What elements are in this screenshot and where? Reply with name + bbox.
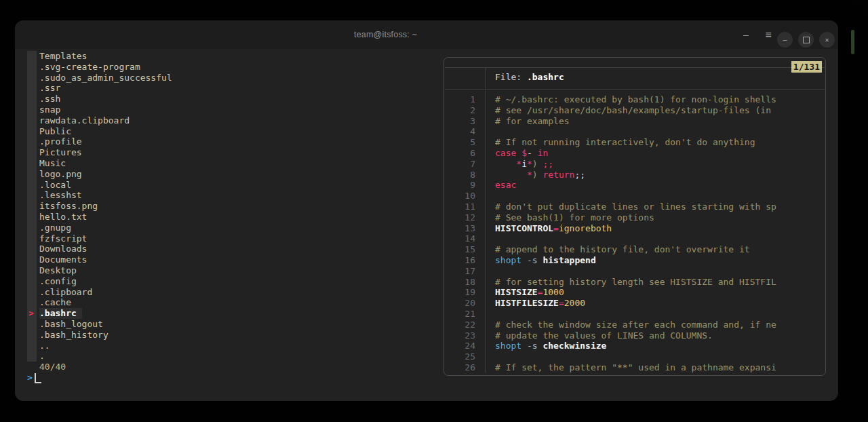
list-item[interactable]: .ssh — [27, 94, 434, 104]
code-line: 24shopt -s checkwinsize — [444, 341, 824, 351]
list-item-label: .bashrc — [39, 308, 82, 319]
list-item-label: Public — [39, 126, 71, 137]
code-line: 23# update the values of LINES and COLUM… — [444, 330, 824, 341]
gutter — [27, 94, 37, 104]
list-item-label: Documents — [39, 254, 87, 265]
line-number: 26 — [444, 362, 475, 373]
code-line: 18# for setting history length see HISTS… — [444, 277, 824, 288]
list-item[interactable]: .config — [27, 276, 434, 287]
preview-scroll-indicator: 1/131 — [791, 61, 822, 73]
list-item[interactable]: .lesshst — [27, 190, 434, 201]
close-button[interactable]: ✕ — [819, 32, 835, 47]
code-line: 11# don't put duplicate lines or lines s… — [444, 202, 824, 212]
code-line: 10 — [444, 191, 824, 202]
list-item[interactable]: .bash_history — [27, 330, 434, 341]
menu-button[interactable]: ≡ — [760, 20, 777, 49]
dash-icon: – — [743, 30, 749, 40]
list-item[interactable]: .cache — [27, 297, 434, 308]
list-item[interactable]: >.bashrc — [27, 308, 434, 319]
wallpaper-sliver — [851, 30, 854, 54]
maximize-icon — [803, 37, 810, 43]
line-number: 10 — [444, 191, 475, 202]
list-item[interactable]: .profile — [27, 136, 434, 147]
maximize-button[interactable] — [798, 32, 814, 47]
code-line: 12# See bash(1) for more options — [444, 212, 824, 223]
gutter — [27, 104, 37, 115]
list-item[interactable]: .gnupg — [27, 223, 434, 233]
list-item[interactable]: .ssr — [27, 83, 434, 94]
list-item[interactable]: Downloads — [27, 244, 434, 254]
line-number: 7 — [444, 159, 475, 170]
match-counter: 40/40 — [39, 362, 66, 372]
line-number: 2 — [444, 105, 475, 116]
list-item[interactable]: . — [27, 351, 434, 362]
fzf-file-list: Templates.svg-create-program.sudo_as_adm… — [27, 51, 434, 383]
code-text: shopt -s checkwinsize — [495, 341, 606, 351]
code-text: HISTFILESIZE=2000 — [495, 298, 585, 309]
code-line: 13HISTCONTROL=ignoreboth — [444, 223, 824, 234]
match-counter-row: 40/40 — [27, 362, 434, 372]
list-item[interactable]: .sudo_as_admin_successful — [27, 73, 434, 83]
list-item-label: rawdata.clipboard — [39, 115, 130, 126]
minimize-button[interactable]: – — [777, 32, 793, 47]
code-line: 19HISTSIZE=1000 — [444, 287, 824, 298]
code-line: 17 — [444, 266, 824, 277]
line-number: 4 — [444, 126, 475, 137]
list-item[interactable]: hello.txt — [27, 212, 434, 223]
line-number: 11 — [444, 202, 475, 212]
list-item[interactable]: Music — [27, 158, 434, 169]
list-item[interactable]: logo.png — [27, 169, 434, 180]
list-item-label: .ssh — [39, 94, 60, 104]
list-item-label: Music — [39, 158, 66, 169]
list-item-label: Desktop — [39, 265, 77, 276]
line-number: 21 — [444, 309, 475, 320]
list-item[interactable]: .. — [27, 341, 434, 351]
code-line: 26# If set, the pattern "**" used in a p… — [444, 362, 824, 373]
list-item[interactable]: Templates — [27, 51, 434, 62]
code-text: HISTSIZE=1000 — [495, 287, 564, 298]
hide-button[interactable]: – — [737, 20, 755, 49]
gutter — [27, 341, 37, 351]
prompt-row[interactable]: > — [27, 372, 434, 383]
list-item[interactable]: .bash_logout — [27, 319, 434, 330]
list-item[interactable]: Pictures — [27, 147, 434, 158]
line-number: 19 — [444, 287, 475, 298]
list-item[interactable]: Documents — [27, 254, 434, 265]
list-item[interactable]: fzfscript — [27, 233, 434, 244]
line-number: 24 — [444, 341, 475, 351]
gutter — [27, 319, 37, 330]
line-number: 25 — [444, 351, 475, 362]
list-item[interactable]: itsfoss.png — [27, 201, 434, 212]
hamburger-menu-icon: ≡ — [765, 28, 771, 41]
preview-code: 1# ~/.bashrc: executed by bash(1) for no… — [444, 94, 824, 373]
line-number: 3 — [444, 116, 475, 127]
line-number: 14 — [444, 233, 475, 244]
code-line: 15# append to the history file, don't ov… — [444, 244, 824, 255]
line-number: 9 — [444, 180, 475, 191]
titlebar[interactable]: team@itsfoss: ~ – ≡ – ✕ — [15, 20, 838, 49]
file-label: File: — [495, 72, 527, 82]
list-item-label: Pictures — [39, 147, 82, 158]
list-item[interactable]: .local — [27, 180, 434, 191]
code-line: 25 — [444, 351, 824, 362]
line-number: 23 — [444, 330, 475, 341]
list-item[interactable]: .svg-create-program — [27, 62, 434, 73]
code-text: HISTCONTROL=ignoreboth — [495, 223, 612, 234]
gutter — [27, 62, 37, 73]
preview-file-header: File: .bashrc — [495, 72, 564, 83]
list-item[interactable]: Desktop — [27, 265, 434, 276]
code-text: esac — [495, 180, 516, 191]
list-item-label: Templates — [39, 51, 87, 62]
list-item-label: itsfoss.png — [39, 201, 98, 212]
list-item[interactable]: .clipboard — [27, 287, 434, 298]
gutter — [27, 169, 37, 180]
list-item[interactable]: snap — [27, 104, 434, 115]
line-number: 16 — [444, 255, 475, 266]
gutter — [27, 83, 37, 94]
list-item[interactable]: rawdata.clipboard — [27, 115, 434, 126]
gutter — [27, 330, 37, 341]
code-line: 7 *i*) ;; — [444, 159, 824, 170]
fzf-preview-pane[interactable]: 1/131 File: .bashrc 1# ~/.bashrc: execut… — [443, 57, 826, 376]
list-item[interactable]: Public — [27, 126, 434, 137]
line-number: 15 — [444, 244, 475, 255]
